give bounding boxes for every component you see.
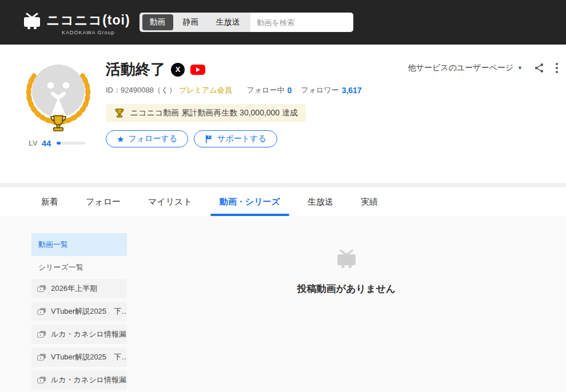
logo-kadokawa-label: KADOKAWA Group [62,30,114,35]
series-item-label: ルカ・カネシロ情報漏… [51,375,127,385]
nav-seiga-tab[interactable]: 静画 [176,14,206,30]
series-item-label: ルカ・カネシロ情報漏… [51,329,127,339]
follow-button[interactable]: ★ フォローする [106,130,188,147]
series-stack-icon [37,353,46,362]
tab-new[interactable]: 新着 [27,187,72,216]
search-input[interactable] [257,18,353,27]
avatar [23,55,94,135]
flag-heart-icon [205,134,213,143]
nav-live-tab[interactable]: 生放送 [209,14,248,30]
empty-state: 投稿動画がありません [127,233,566,392]
tab-achievements[interactable]: 実績 [347,187,392,216]
x-twitter-icon[interactable]: X [171,63,185,77]
other-services-dropdown[interactable]: 他サービスのユーザーページ ▼ [408,63,523,73]
section-divider [0,183,566,187]
level-progress-fill [57,142,61,145]
support-button[interactable]: サポートする [194,130,277,147]
profile-header-controls: 他サービスのユーザーページ ▼ [408,63,558,73]
logo-wordmark: ニコニコ(toi) [46,13,130,29]
series-item[interactable]: VTuber解説2025 下… [31,302,127,321]
profile-tabbar: 新着 フォロー マイリスト 動画・シリーズ 生放送 実績 [0,187,566,216]
user-id: ID：92490088（く） [106,85,176,95]
nav-video-tab[interactable]: 動画 [142,14,173,30]
sidebar-item-series-list[interactable]: シリーズ一覧 [31,256,127,279]
header-search-box: 動画 静画 生放送 [139,13,353,32]
follower-count-link[interactable]: フォロワー 3,617 [301,85,361,95]
tab-follow[interactable]: フォロー [72,187,134,216]
share-icon[interactable] [534,63,544,73]
achievement-badge: ニコニコ動画 累計動画再生数 30,000,000 達成 [106,104,306,122]
level-label: LV [29,139,38,147]
trophy-icon [114,107,125,119]
other-services-label: 他サービスのユーザーページ [408,63,513,73]
series-item-label: VTuber解説2025 下… [51,306,127,317]
series-item-label: VTuber解説2025 下… [51,352,127,362]
tab-mylist[interactable]: マイリスト [134,187,206,216]
user-id-row: ID：92490088（く） プレミアム会員 フォロー中 0 フォロワー 3,6… [106,85,543,95]
series-stack-icon [37,330,46,339]
sidebar-item-video-list[interactable]: 動画一覧 [31,233,127,256]
series-item[interactable]: ルカ・カネシロ情報漏… [31,370,127,390]
tv-icon [23,13,41,32]
default-avatar-icon [31,63,86,118]
following-count-link[interactable]: フォロー中 0 [247,85,292,95]
achievement-text: ニコニコ動画 累計動画再生数 30,000,000 達成 [130,108,298,118]
level-value: 44 [42,138,51,148]
follow-button-label: フォローする [128,134,177,144]
youtube-play-glyph [196,67,200,72]
following-count: 0 [288,86,292,95]
kebab-menu-icon[interactable] [556,63,558,73]
user-name: 活動終了 [106,59,165,79]
star-icon: ★ [117,135,124,143]
support-button-label: サポートする [217,134,266,144]
search-category-segment: 動画 静画 生放送 [139,13,250,32]
following-label: フォロー中 [247,85,285,95]
tab-content: 動画一覧 シリーズ一覧 2026年上半期 VTuber解説2025 下… [0,216,566,392]
tv-empty-icon [336,249,357,269]
series-stack-icon [37,307,46,316]
level-row: LV 44 [23,138,94,148]
follower-label: フォロワー [301,85,338,95]
series-item[interactable]: ルカ・カネシロ情報漏… [31,325,127,344]
premium-member-link[interactable]: プレミアム会員 [179,85,232,95]
youtube-icon[interactable] [190,65,205,75]
tab-videos-series[interactable]: 動画・シリーズ [206,187,294,216]
series-item-label: 2026年上半期 [51,283,97,294]
trophy-badge-icon [48,113,69,134]
series-stack-icon [37,285,46,293]
avatar-column: LV 44 [23,55,94,148]
tab-live[interactable]: 生放送 [294,187,347,216]
level-progress-track [57,142,85,145]
follower-count: 3,617 [342,86,362,95]
chevron-down-icon: ▼ [517,65,523,71]
search-field-area [250,13,353,32]
app-header: ニコニコ(toi) KADOKAWA Group 動画 静画 生放送 [0,0,566,45]
profile-section: LV 44 活動終了 X ID：92490088（く） プレミアム会員 フォロー… [0,45,566,183]
niconico-logo[interactable]: ニコニコ(toi) KADOKAWA Group [23,9,130,36]
series-item[interactable]: 2026年上半期 [31,279,127,298]
empty-message: 投稿動画がありません [297,282,396,295]
series-item[interactable]: VTuber解説2025 下… [31,347,127,367]
videos-sidebar: 動画一覧 シリーズ一覧 2026年上半期 VTuber解説2025 下… [31,233,127,392]
series-stack-icon [37,376,46,385]
